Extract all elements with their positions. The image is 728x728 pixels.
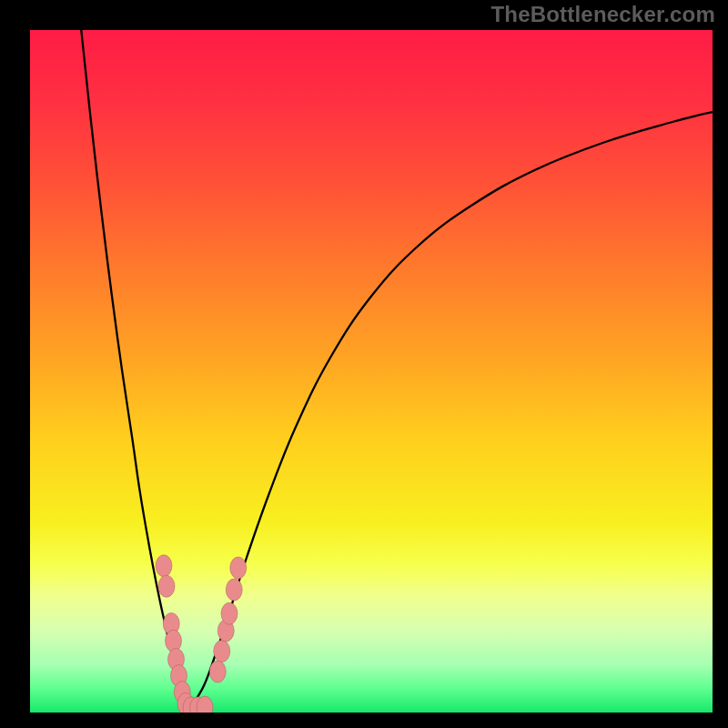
data-marker	[221, 602, 238, 624]
gradient-background	[30, 30, 713, 713]
data-marker	[209, 661, 226, 682]
data-marker	[214, 641, 230, 662]
plot-area	[30, 30, 713, 713]
data-marker	[158, 575, 175, 597]
data-marker	[156, 555, 172, 577]
chart-frame: TheBottlenecker.com	[0, 0, 728, 728]
plot-svg	[30, 30, 713, 713]
watermark-text: TheBottlenecker.com	[490, 2, 715, 27]
data-marker	[230, 557, 247, 579]
data-marker	[166, 630, 182, 652]
data-marker	[226, 579, 242, 601]
